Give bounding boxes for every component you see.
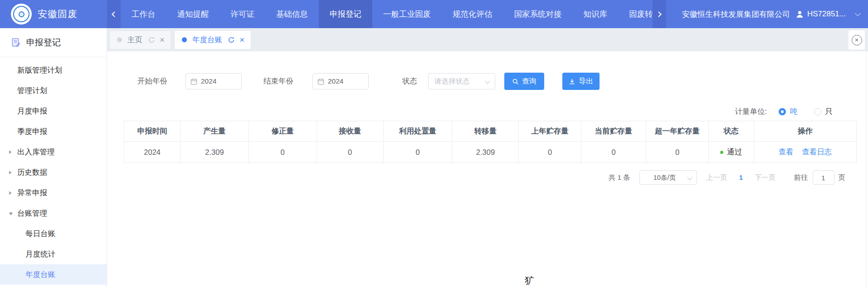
- refresh-icon[interactable]: [228, 36, 235, 44]
- app-title: 安徽固废: [38, 8, 78, 20]
- cell-over-one-year-storage: 0: [646, 142, 708, 163]
- cell-transferred: 2.309: [452, 142, 519, 163]
- sidebar-item-inout-warehouse[interactable]: 出入库管理: [0, 142, 107, 162]
- nav-item-workbench[interactable]: 工作台: [121, 0, 166, 28]
- calendar-icon: [190, 78, 197, 85]
- nav-item-standardization-assessment[interactable]: 规范化评估: [442, 0, 503, 28]
- sidebar-title: 申报登记: [26, 37, 61, 49]
- chevron-down-icon: [485, 79, 490, 84]
- status-label: 状态: [402, 76, 417, 86]
- sidebar-item-daily-ledger[interactable]: 每日台账: [0, 223, 107, 244]
- nav-scroll-right-button[interactable]: [653, 0, 666, 28]
- start-year-label: 开始年份: [137, 76, 167, 86]
- sidebar-item-ledger-management[interactable]: 台账管理: [0, 203, 107, 223]
- tab-label: 年度台账: [192, 35, 222, 45]
- nav-item-license[interactable]: 许可证: [220, 0, 266, 28]
- user-menu-chevron-down-icon[interactable]: [855, 10, 861, 16]
- end-year-input[interactable]: [328, 77, 360, 85]
- chevron-right-icon: [656, 11, 662, 17]
- current-page-button[interactable]: 1: [739, 173, 743, 182]
- sidebar-item-annual-ledger[interactable]: 年度台账: [0, 264, 107, 285]
- tab-dot-icon: [182, 37, 187, 42]
- download-icon: [569, 78, 575, 85]
- col-corrected: 修正量: [249, 121, 317, 142]
- status-select-placeholder: 请选择状态: [434, 77, 470, 86]
- arrow-right-icon: [9, 191, 12, 195]
- col-current-storage: 当前贮存量: [581, 121, 646, 142]
- start-year-input[interactable]: [201, 77, 233, 85]
- sidebar-item-label: 异常申报: [17, 188, 47, 197]
- username[interactable]: HS72851...: [807, 10, 846, 19]
- status-badge: 通过: [727, 147, 742, 157]
- goto-page-input[interactable]: [813, 170, 834, 185]
- sidebar-header: 申报登记: [0, 28, 107, 57]
- user-icon: [795, 10, 804, 19]
- col-actions: 操作: [754, 121, 856, 142]
- next-page-button[interactable]: 下一页: [755, 173, 776, 183]
- sidebar: 申报登记 新版管理计划 管理计划 月度申报 季度申报 出入库管理 历史数据 异常…: [0, 28, 107, 287]
- status-select[interactable]: 请选择状态: [428, 73, 495, 89]
- sidebar-item-history-data[interactable]: 历史数据: [0, 162, 107, 183]
- nav-item-knowledge-base[interactable]: 知识库: [573, 0, 619, 28]
- page-size-value: 10条/页: [653, 173, 676, 182]
- sidebar-item-label: 历史数据: [17, 168, 47, 176]
- page-size-select[interactable]: 10条/页: [639, 170, 697, 185]
- arrow-right-icon: [9, 171, 12, 174]
- sidebar-item-monthly-statistics[interactable]: 月度统计: [0, 244, 107, 264]
- status-dot-icon: [720, 151, 723, 154]
- close-icon[interactable]: ×: [160, 35, 165, 44]
- close-all-tabs-button[interactable]: ×: [848, 30, 865, 49]
- nav-item-national-system[interactable]: 国家系统对接: [503, 0, 573, 28]
- unit-radio-ton[interactable]: 吨: [779, 107, 798, 117]
- content-right-edge: [866, 51, 866, 287]
- sidebar-item-monthly-declaration[interactable]: 月度申报: [0, 101, 107, 121]
- refresh-icon[interactable]: [148, 36, 155, 44]
- nav-scroll-left-button[interactable]: [107, 0, 121, 28]
- col-over-one-year-storage: 超一年贮存量: [646, 121, 708, 142]
- nav-item-notifications[interactable]: 通知提醒: [166, 0, 220, 28]
- nav-item-declaration[interactable]: 申报登记: [319, 0, 372, 28]
- unit-label: 计量单位:: [735, 107, 767, 117]
- col-declaration-time: 申报时间: [124, 121, 180, 142]
- top-nav-menu: 工作台 通知提醒 许可证 基础信息 申报登记 一般工业固废 规范化评估 国家系统…: [121, 0, 653, 28]
- sidebar-item-management-plan[interactable]: 管理计划: [0, 80, 107, 101]
- page-suffix-label: 页: [839, 173, 846, 183]
- app-logo-icon: [11, 4, 32, 25]
- view-link[interactable]: 查看: [779, 148, 794, 156]
- radio-label: 只: [825, 107, 833, 117]
- tab-label: 主页: [127, 35, 142, 45]
- chevron-left-icon: [112, 11, 117, 17]
- cell-corrected: 0: [249, 142, 317, 163]
- tab-bar: 主页 × 年度台账 × ×: [107, 28, 868, 51]
- export-button[interactable]: 导出: [562, 73, 600, 90]
- nav-item-general-industrial-waste[interactable]: 一般工业固废: [372, 0, 442, 28]
- cell-utilized-disposed: 0: [383, 142, 452, 163]
- radio-label: 吨: [790, 107, 798, 117]
- tab-annual-ledger[interactable]: 年度台账 ×: [174, 30, 251, 49]
- view-log-link[interactable]: 查看日志: [802, 148, 832, 156]
- sidebar-item-abnormal-declaration[interactable]: 异常申报: [0, 183, 107, 203]
- filter-form: 开始年份 结束年份 状态 请选择状态: [137, 73, 868, 90]
- brand-block: 安徽固废: [0, 4, 107, 25]
- top-navbar: 安徽固废 工作台 通知提醒 许可证 基础信息 申报登记 一般工业固废 规范化评估…: [0, 0, 868, 28]
- main-content: 开始年份 结束年份 状态 请选择状态: [107, 51, 868, 287]
- sidebar-item-label: 台账管理: [17, 209, 47, 217]
- export-button-label: 导出: [579, 77, 593, 86]
- prev-page-button[interactable]: 上一页: [706, 173, 727, 183]
- close-icon[interactable]: ×: [239, 35, 244, 44]
- sidebar-item-new-management-plan[interactable]: 新版管理计划: [0, 60, 107, 80]
- arrow-right-icon: [9, 150, 12, 154]
- sidebar-item-quarterly-declaration[interactable]: 季度申报: [0, 121, 107, 142]
- start-year-field[interactable]: [185, 73, 242, 89]
- end-year-field[interactable]: [312, 73, 369, 89]
- topbar-right: 安徽恒生科技发展集团有限公司 HS72851...: [679, 9, 868, 20]
- tab-dot-icon: [117, 37, 122, 42]
- cell-status: 通过: [708, 142, 754, 163]
- nav-item-basic-info[interactable]: 基础信息: [265, 0, 319, 28]
- tab-home[interactable]: 主页 ×: [109, 30, 171, 49]
- nav-item-waste-transfer[interactable]: 固废转: [618, 0, 653, 28]
- app-window: 安徽固废 工作台 通知提醒 许可证 基础信息 申报登记 一般工业固废 规范化评估…: [0, 0, 868, 287]
- search-button[interactable]: 查询: [504, 73, 544, 90]
- unit-radio-piece[interactable]: 只: [814, 107, 833, 117]
- calendar-icon: [317, 78, 324, 85]
